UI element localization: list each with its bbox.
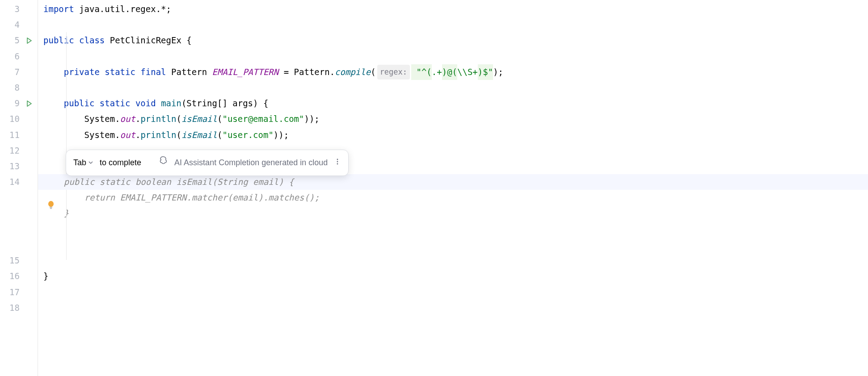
method: compile [335, 64, 371, 80]
gutter-line[interactable]: 17 [0, 284, 38, 300]
line-number: 6 [15, 49, 20, 64]
tab-key-hint[interactable]: Tab [73, 155, 93, 170]
svg-point-0 [48, 201, 53, 207]
code-line-current[interactable]: public static boolean isEmail(String ema… [38, 174, 868, 190]
run-icon[interactable] [25, 37, 33, 45]
line-number: 18 [9, 300, 20, 316]
code-line[interactable]: public class PetClinicRegEx { [43, 33, 868, 48]
field: EMAIL_PATTERN [212, 64, 279, 80]
class-name: PetClinicRegEx [110, 33, 187, 48]
svg-point-4 [337, 161, 338, 163]
ai-assistant-icon [158, 155, 168, 170]
gutter-line[interactable]: 7 [0, 64, 38, 80]
field: out [120, 111, 135, 127]
gutter-line[interactable]: 15 [0, 253, 38, 268]
code-line[interactable]: } [43, 205, 868, 221]
svg-point-3 [337, 159, 338, 160]
code-editor: 3 4 5 6 7 8 9 10 11 12 13 14 15 16 17 18… [0, 0, 868, 376]
run-icon[interactable] [25, 100, 33, 108]
gutter-line[interactable]: 8 [0, 80, 38, 96]
keyword: private [64, 64, 105, 80]
code-area[interactable]: import java.util.regex.*; public class P… [38, 0, 868, 376]
keyword: final [140, 64, 171, 80]
keyword: static [105, 64, 140, 80]
line-number: 15 [9, 253, 20, 268]
intention-bulb-icon[interactable] [6, 184, 14, 192]
code-line[interactable] [43, 237, 868, 253]
gutter-line[interactable]: 13 [0, 159, 38, 174]
gutter-line[interactable]: 6 [0, 49, 38, 64]
brace: } [43, 268, 48, 284]
completion-popup: Tab to complete AI Assistant Completion … [66, 150, 349, 176]
line-number: 5 [15, 33, 20, 48]
keyword: import [43, 1, 79, 17]
field: out [120, 127, 135, 143]
svg-rect-1 [50, 207, 52, 208]
line-number: 3 [15, 1, 20, 17]
indent-guide [66, 32, 67, 260]
code-line[interactable]: System.out.println(isEmail("user@email.c… [43, 111, 868, 127]
code-line[interactable] [43, 221, 868, 237]
ghost-text: return EMAIL_PATTERN.matcher(email).matc… [84, 190, 320, 205]
ghost-text: public static boolean isEmail(String ema… [64, 174, 294, 190]
method-name: main [161, 96, 181, 111]
chevron-down-icon[interactable] [88, 155, 93, 170]
ai-completion-label: AI Assistant Completion generated in clo… [174, 155, 328, 170]
code-line[interactable] [43, 253, 868, 268]
gutter-line[interactable]: 3 [0, 1, 38, 17]
code-line[interactable]: import java.util.regex.*; [43, 1, 868, 17]
gutter-line[interactable]: 11 [0, 127, 38, 143]
line-number: 11 [9, 127, 20, 143]
brace: { [186, 33, 191, 48]
gutter-line[interactable]: 16 [0, 268, 38, 284]
keyword: public [43, 33, 79, 48]
code-line[interactable]: System.out.println(isEmail("user.com")); [43, 127, 868, 143]
code-text: java.util.regex.*; [79, 1, 171, 17]
code-line[interactable] [43, 17, 868, 33]
line-number: 7 [15, 64, 20, 80]
param-hint: regex: [377, 65, 410, 79]
line-number: 8 [15, 80, 20, 96]
code-line[interactable]: public static void main(String[] args) { [43, 96, 868, 111]
keyword: static [100, 96, 135, 111]
keyword: class [79, 33, 110, 48]
svg-point-5 [337, 163, 338, 165]
line-number: 17 [9, 284, 20, 300]
gutter-line[interactable]: 18 [0, 300, 38, 316]
keyword: void [135, 96, 161, 111]
code-line[interactable]: return EMAIL_PATTERN.matcher(email).matc… [43, 190, 868, 205]
gutter-line[interactable]: 9 [0, 96, 38, 111]
gutter-line[interactable]: 5 [0, 33, 38, 48]
code-line[interactable] [43, 80, 868, 96]
gutter-line[interactable]: 12 [0, 143, 38, 159]
line-number: 9 [15, 96, 20, 111]
line-number: 13 [9, 159, 20, 174]
line-number: 12 [9, 143, 20, 159]
more-icon[interactable] [334, 155, 341, 170]
gutter-line[interactable]: 10 [0, 111, 38, 127]
code-line[interactable] [43, 49, 868, 64]
code-line[interactable] [43, 284, 868, 300]
line-number: 10 [9, 111, 20, 127]
code-line[interactable]: private static final Pattern EMAIL_PATTE… [43, 64, 868, 80]
line-number: 4 [15, 17, 20, 33]
gutter-line[interactable]: 4 [0, 17, 38, 33]
svg-rect-2 [50, 208, 51, 209]
code-line[interactable]: } [43, 268, 868, 284]
line-number: 16 [9, 268, 20, 284]
type: Pattern [171, 64, 212, 80]
to-complete-label: to complete [100, 155, 141, 170]
keyword: public [64, 96, 100, 111]
